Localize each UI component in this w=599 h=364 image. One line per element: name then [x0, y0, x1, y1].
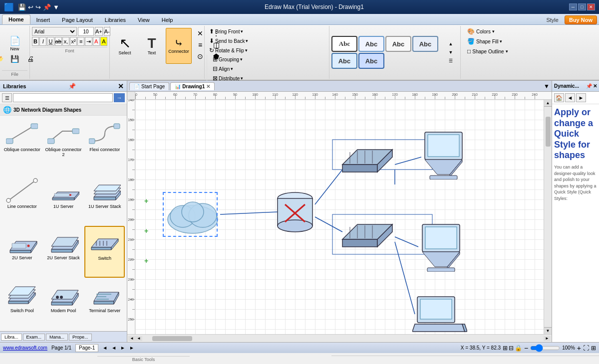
style-preview-3[interactable]: Abc: [385, 36, 411, 52]
styles-more[interactable]: ☰: [443, 57, 458, 65]
scrollbar-h-right[interactable]: ►: [544, 336, 551, 341]
scrollbar-v-down[interactable]: ▼: [544, 327, 552, 334]
computer-shape-middle[interactable]: [417, 222, 467, 272]
font-size-decrease[interactable]: A-: [104, 27, 110, 36]
dynamic-prev-btn[interactable]: ◄: [565, 93, 575, 102]
footer-tab-manager[interactable]: Mana...: [46, 334, 68, 341]
tab-view[interactable]: View: [132, 15, 156, 24]
list-btn[interactable]: ≡: [77, 37, 84, 46]
shape-2u-server[interactable]: 2U Server: [2, 226, 42, 278]
shape-2u-server-stack[interactable]: 2U Server Stack: [43, 226, 84, 278]
computer-shape-top[interactable]: [420, 130, 470, 180]
tabs-arrow[interactable]: ▼: [544, 83, 550, 90]
tab-insert[interactable]: Insert: [30, 15, 56, 24]
open-btn[interactable]: 📂: [0, 54, 7, 64]
scrollbar-v-up[interactable]: ▲: [544, 100, 552, 107]
buy-now-button[interactable]: Buy Now: [565, 15, 597, 24]
text-color-btn[interactable]: A: [93, 37, 100, 46]
status-icon-fit[interactable]: ⛶: [583, 345, 589, 352]
colors-btn[interactable]: 🎨 Colors ▾: [465, 27, 511, 36]
minimize-btn[interactable]: ─: [569, 3, 577, 10]
canvas-drawing-area[interactable]: + + +: [135, 100, 552, 334]
tab-page-layout[interactable]: Page Layout: [56, 15, 99, 24]
quick-access-4[interactable]: 📌: [43, 3, 51, 11]
zoom-slider[interactable]: [530, 346, 560, 350]
indent-btn[interactable]: ⇥: [85, 37, 92, 46]
align-btn[interactable]: ⊟ Align ▾: [210, 64, 327, 73]
font-family-select[interactable]: Arial Times New Roman: [32, 27, 77, 36]
canvas-tab-start[interactable]: 📄 Start Page: [129, 82, 169, 90]
quick-access-5[interactable]: ▼: [53, 3, 59, 11]
shape-fill-btn[interactable]: 🪣 Shape Fill ▾: [465, 37, 511, 46]
quick-access-2[interactable]: ↩: [28, 3, 33, 11]
switch-shape-top[interactable]: [335, 140, 400, 180]
library-menu-btn[interactable]: ☰: [2, 93, 12, 102]
text-btn[interactable]: T Text: [139, 28, 165, 64]
library-search-btn[interactable]: →: [114, 93, 125, 102]
style-preview-1[interactable]: Abc: [331, 36, 357, 52]
style-preview-2[interactable]: Abc: [358, 36, 384, 52]
shape-flexi-connector[interactable]: Flexi connector: [84, 118, 125, 174]
dynamic-pin-btn[interactable]: 📌: [586, 83, 592, 89]
horizontal-scrollbar[interactable]: ◄ ◄ ►: [127, 334, 552, 342]
styles-down[interactable]: ▼: [443, 48, 458, 56]
subscript-btn[interactable]: x,: [62, 37, 69, 46]
scrollbar-h-left[interactable]: ◄: [128, 336, 135, 341]
switch-shape-bottom[interactable]: [335, 214, 400, 254]
shape-line-connector[interactable]: Line connector: [2, 175, 42, 225]
canvas-tab-close[interactable]: ✕: [206, 84, 210, 89]
underline-btn[interactable]: U: [47, 37, 54, 46]
style-preview-4[interactable]: Abc: [412, 36, 438, 52]
tab-libraries[interactable]: Libraries: [99, 15, 132, 24]
font-size-increase[interactable]: A+: [95, 27, 103, 36]
tab-help[interactable]: Help: [156, 15, 179, 24]
font-size-input[interactable]: [78, 27, 94, 36]
shape-oblique-connector[interactable]: Oblique connector: [2, 118, 42, 174]
shape-outline-btn[interactable]: □ Shape Outline ▾: [465, 47, 511, 56]
scrollbar-h-thumb[interactable]: [152, 336, 192, 341]
status-nav-right[interactable]: ►: [120, 345, 125, 351]
shape-switch[interactable]: Switch: [84, 226, 125, 278]
scrollbar-h-left2[interactable]: ◄: [135, 336, 142, 341]
dynamic-close-btn[interactable]: ✕: [593, 83, 597, 89]
shape-terminal-server[interactable]: Terminal Server: [84, 279, 125, 330]
dynamic-back-btn[interactable]: 🏠: [554, 93, 564, 102]
shape-1u-server-stack[interactable]: 1U Server Stack: [84, 175, 125, 225]
zoom-in-btn[interactable]: +: [577, 344, 581, 352]
close-btn[interactable]: ✕: [587, 3, 595, 10]
quick-access-3[interactable]: ↪: [35, 3, 41, 11]
laptop-shape[interactable]: [412, 294, 467, 334]
shape-switch-pool[interactable]: Switch Pool: [2, 279, 42, 330]
strikethrough-btn[interactable]: ab: [55, 37, 62, 46]
styles-up[interactable]: ▲: [443, 40, 458, 48]
connector-btn[interactable]: ⤷ Connector: [166, 28, 192, 64]
footer-tab-properties[interactable]: Prope...: [69, 334, 92, 341]
zoom-out-btn[interactable]: −: [524, 344, 528, 352]
superscript-btn[interactable]: x²: [70, 37, 77, 46]
shape-1u-server[interactable]: 1U Server: [43, 175, 84, 225]
cloud-shape[interactable]: [165, 194, 218, 234]
dynamic-next-btn[interactable]: ►: [576, 93, 586, 102]
tab-home[interactable]: Home: [2, 14, 30, 24]
quick-access-1[interactable]: 💾: [18, 3, 26, 11]
style-label[interactable]: Style: [542, 15, 562, 24]
footer-tab-libraries[interactable]: Libra...: [1, 334, 22, 341]
shape-modem-pool[interactable]: Modem Pool: [43, 279, 84, 330]
bring-front-btn[interactable]: ⬆ Bring Front ▾: [207, 27, 327, 36]
select-btn[interactable]: ↖ Select: [112, 28, 138, 64]
style-preview-6[interactable]: Abc: [358, 53, 384, 69]
bold-btn[interactable]: B: [32, 37, 39, 46]
restore-btn[interactable]: □: [578, 3, 586, 10]
pin-btn[interactable]: 📌: [68, 83, 76, 90]
status-page-tab[interactable]: Page-1: [75, 344, 98, 352]
status-nav-left[interactable]: ◄: [102, 345, 107, 351]
italic-btn[interactable]: I: [39, 37, 46, 46]
status-nav-left2[interactable]: ◄: [111, 345, 116, 351]
send-back-btn[interactable]: ⬇ Send to Back ▾: [207, 36, 327, 45]
vertical-scrollbar[interactable]: ▲ ▼: [544, 100, 552, 334]
scrollbar-v-thumb[interactable]: [546, 117, 551, 147]
database-shape[interactable]: [275, 189, 315, 234]
status-nav-right2[interactable]: ►: [129, 345, 134, 351]
shape-oblique-connector-2[interactable]: Oblique connector 2: [43, 118, 84, 174]
library-search-input[interactable]: [13, 93, 113, 102]
